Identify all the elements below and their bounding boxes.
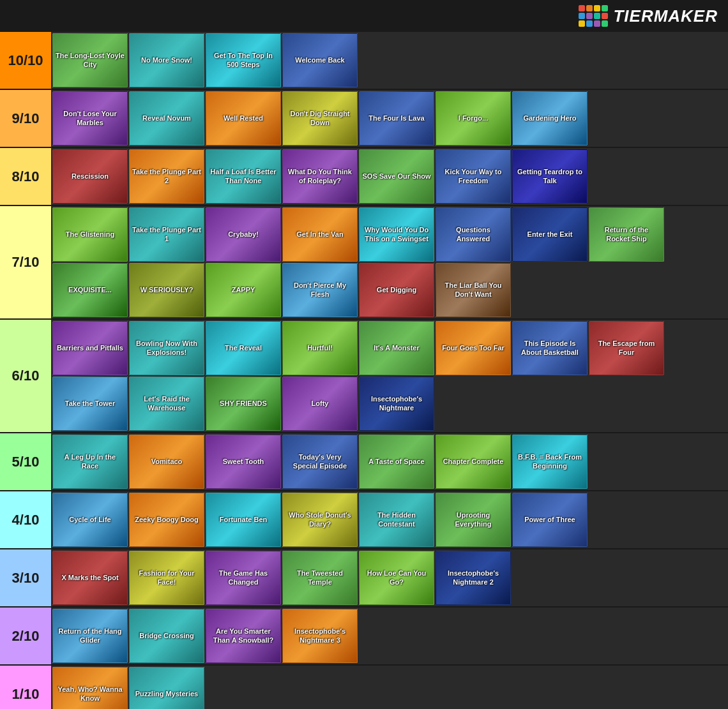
tier-item[interactable]: Enter the Exit: [512, 207, 588, 262]
tier-row-6/10: 6/10Barriers and PitfallsBowling Now Wit…: [0, 320, 728, 433]
tier-item[interactable]: Gardening Hero: [512, 91, 588, 146]
tier-item[interactable]: SHY FRIENDS: [206, 377, 281, 431]
tier-item[interactable]: Bridge Crossing: [129, 609, 204, 663]
tier-item[interactable]: Puzzling Mysteries: [129, 667, 204, 709]
tier-row-4/10: 4/10Cycle of LifeZeeky Boogy DoogFortuna…: [0, 491, 728, 549]
tier-item[interactable]: SOS Save Our Show: [359, 149, 434, 204]
item-label: Sweet Tooth: [223, 458, 264, 466]
tier-item[interactable]: Get To The Top In 500 Steps: [206, 33, 281, 87]
tier-item[interactable]: Take the Plunge Part 2: [129, 149, 204, 204]
tier-item[interactable]: Bowling Now With Explosions!: [129, 321, 204, 375]
tier-label-5: 5/10: [0, 433, 51, 490]
tier-item[interactable]: Don't Pierce My Flesh: [282, 263, 358, 317]
item-label: Get In the Van: [296, 230, 343, 239]
tier-row-2/10: 2/10Return of the Hang GliderBridge Cros…: [0, 608, 728, 666]
tier-item[interactable]: Rescission: [52, 149, 128, 204]
tier-item[interactable]: Reveal Novum: [129, 91, 204, 146]
tier-item[interactable]: The Escape from Four: [589, 321, 664, 375]
item-label: Insectophobe's Nightmare 2: [439, 569, 508, 586]
tier-item[interactable]: Insectophobe's Nightmare: [359, 377, 434, 431]
tier-item[interactable]: Uprooting Everything: [436, 493, 511, 547]
logo-cell-3: [602, 5, 608, 11]
tier-item[interactable]: Fortunate Ben: [206, 493, 281, 547]
tier-item[interactable]: Don't Dig Straight Down: [282, 91, 358, 146]
tier-item[interactable]: The Four Is Lava: [359, 91, 434, 146]
logo-text: TiERMAKER: [613, 6, 718, 26]
tier-item[interactable]: EXQUISITE...: [52, 263, 128, 317]
tier-item[interactable]: The Reveal: [206, 321, 281, 375]
tier-item[interactable]: Well Rested: [206, 91, 281, 146]
tier-item[interactable]: Barriers and Pitfalls: [52, 321, 128, 375]
tier-item[interactable]: Kick Your Way to Freedom: [436, 149, 511, 204]
tiermaker-logo: TiERMAKER: [579, 5, 718, 27]
tier-item[interactable]: Yeah, Who? Wanna Know: [52, 667, 128, 709]
tier-item[interactable]: It's A Monster: [359, 321, 434, 375]
tier-item[interactable]: Hurtful!: [282, 321, 358, 375]
tier-item[interactable]: Sweet Tooth: [206, 435, 281, 489]
tier-item[interactable]: X Marks the Spot: [52, 551, 128, 605]
tier-item[interactable]: Who Stole Donut's Diary?: [282, 493, 358, 547]
tier-item[interactable]: Getting Teardrop to Talk: [512, 149, 588, 204]
tier-item[interactable]: The Glistening: [52, 207, 128, 262]
tier-item[interactable]: Welcome Back: [282, 33, 358, 87]
tier-list: 10/10The Long-Lost Yoyle CityNo More Sno…: [0, 32, 728, 709]
tier-item[interactable]: The Game Has Changed: [206, 551, 281, 605]
tier-item[interactable]: Insectophobe's Nightmare 2: [436, 551, 511, 605]
tier-item[interactable]: How Loe Can You Go?: [359, 551, 434, 605]
item-label: SHY FRIENDS: [220, 399, 267, 408]
tier-item[interactable]: A Taste of Space: [359, 435, 434, 489]
tier-item[interactable]: The Long-Lost Yoyle City: [52, 33, 128, 87]
tier-item[interactable]: Half a Loaf Is Better Than None: [206, 149, 281, 204]
item-label: Puzzling Mysteries: [135, 690, 198, 698]
item-label: Don't Dig Straight Down: [285, 110, 354, 126]
tier-item[interactable]: Vomitaco: [129, 435, 204, 489]
item-label: Getting Teardrop to Talk: [515, 168, 584, 184]
tier-label-4: 6/10: [0, 320, 51, 432]
tier-item[interactable]: Four Goes Too Far: [436, 321, 511, 375]
tier-item[interactable]: Power of Three: [512, 493, 588, 547]
item-label: The Liar Ball You Don't Want: [439, 281, 508, 298]
tier-item[interactable]: Get Digging: [359, 263, 434, 317]
item-label: Well Rested: [224, 114, 263, 123]
tier-item[interactable]: Insectophobe's Nightmare 3: [282, 609, 358, 663]
item-label: Enter the Exit: [527, 230, 573, 239]
tier-item[interactable]: Why Would You Do This on a Swingset: [359, 207, 434, 262]
tier-item[interactable]: The Tweested Temple: [282, 551, 358, 605]
tier-item[interactable]: Return of the Rocket Ship: [589, 207, 664, 262]
tier-item[interactable]: I Forgo...: [436, 91, 511, 146]
tier-item[interactable]: Crybaby!: [206, 207, 281, 262]
tier-item[interactable]: Cycle of Life: [52, 493, 128, 547]
tier-item[interactable]: What Do You Think of Roleplay?: [282, 149, 358, 204]
tier-item[interactable]: Are You Smarter Than A Snowball?: [206, 609, 281, 663]
item-label: EXQUISITE...: [68, 286, 112, 294]
tier-item[interactable]: Return of the Hang Glider: [52, 609, 128, 663]
tier-item[interactable]: B.F.B. = Back From Beginning: [512, 435, 588, 489]
tier-item[interactable]: ZAPPY: [206, 263, 281, 317]
tier-item[interactable]: Don't Lose Your Marbles: [52, 91, 128, 146]
tier-item[interactable]: Chapter Complete: [436, 435, 511, 489]
logo-cell-0: [579, 5, 585, 11]
tier-item[interactable]: The Liar Ball You Don't Want: [436, 263, 511, 317]
tier-item[interactable]: W SERIOUSLY?: [129, 263, 204, 317]
tier-item[interactable]: A Leg Up In the Race: [52, 435, 128, 489]
tier-item[interactable]: The Hidden Contestant: [359, 493, 434, 547]
item-label: Yeah, Who? Wanna Know: [56, 685, 125, 702]
tier-item[interactable]: Let's Raid the Warehouse: [129, 377, 204, 431]
tier-item[interactable]: No More Snow!: [129, 33, 204, 87]
tier-item[interactable]: Take the Plunge Part 1: [129, 207, 204, 262]
tier-item[interactable]: Fashion for Your Face!: [129, 551, 204, 605]
tier-item[interactable]: Take the Tower: [52, 377, 128, 431]
item-label: The Reveal: [225, 344, 262, 352]
tier-item[interactable]: This Episode Is About Basketball: [512, 321, 588, 375]
tier-label-3: 7/10: [0, 206, 51, 318]
tier-item[interactable]: Zeeky Boogy Doog: [129, 493, 204, 547]
tier-item[interactable]: Lofty: [282, 377, 358, 431]
item-label: Insectophobe's Nightmare 3: [285, 627, 354, 644]
tier-item[interactable]: Get In the Van: [282, 207, 358, 262]
tier-item[interactable]: Questions Answered: [436, 207, 511, 262]
item-label: Bowling Now With Explosions!: [132, 340, 201, 356]
item-label: Don't Lose Your Marbles: [56, 110, 125, 126]
tier-item[interactable]: Today's Very Special Episode: [282, 435, 358, 489]
item-label: Power of Three: [524, 516, 575, 524]
logo-cell-11: [602, 20, 608, 27]
